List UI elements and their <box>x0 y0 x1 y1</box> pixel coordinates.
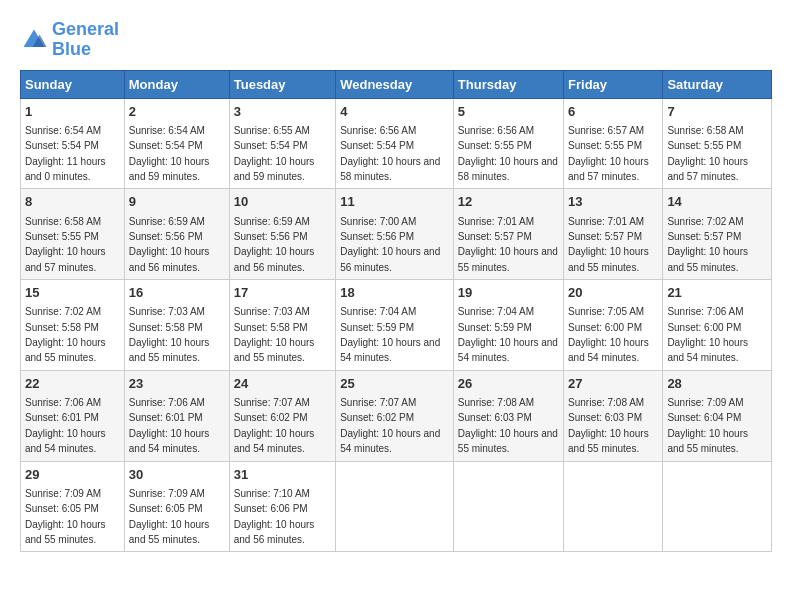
day-number: 17 <box>234 284 331 302</box>
day-sunrise: Sunrise: 7:02 AM <box>25 306 101 317</box>
calendar-cell <box>336 461 454 552</box>
day-number: 25 <box>340 375 449 393</box>
day-number: 12 <box>458 193 559 211</box>
day-number: 3 <box>234 103 331 121</box>
day-daylight: Daylight: 10 hours and 58 minutes. <box>458 156 558 182</box>
day-sunrise: Sunrise: 6:59 AM <box>234 216 310 227</box>
day-daylight: Daylight: 10 hours and 56 minutes. <box>340 246 440 272</box>
day-daylight: Daylight: 10 hours and 55 minutes. <box>25 519 106 545</box>
calendar-cell: 20 Sunrise: 7:05 AM Sunset: 6:00 PM Dayl… <box>564 280 663 371</box>
day-sunset: Sunset: 6:00 PM <box>568 322 642 333</box>
day-sunrise: Sunrise: 6:59 AM <box>129 216 205 227</box>
day-sunset: Sunset: 6:00 PM <box>667 322 741 333</box>
week-row-5: 29 Sunrise: 7:09 AM Sunset: 6:05 PM Dayl… <box>21 461 772 552</box>
calendar-cell: 21 Sunrise: 7:06 AM Sunset: 6:00 PM Dayl… <box>663 280 772 371</box>
day-daylight: Daylight: 10 hours and 54 minutes. <box>458 337 558 363</box>
calendar-cell: 24 Sunrise: 7:07 AM Sunset: 6:02 PM Dayl… <box>229 370 335 461</box>
day-number: 21 <box>667 284 767 302</box>
day-daylight: Daylight: 10 hours and 55 minutes. <box>667 246 748 272</box>
calendar-cell: 4 Sunrise: 6:56 AM Sunset: 5:54 PM Dayli… <box>336 98 454 189</box>
day-daylight: Daylight: 10 hours and 59 minutes. <box>129 156 210 182</box>
day-sunrise: Sunrise: 7:09 AM <box>129 488 205 499</box>
day-sunset: Sunset: 6:06 PM <box>234 503 308 514</box>
calendar-cell: 7 Sunrise: 6:58 AM Sunset: 5:55 PM Dayli… <box>663 98 772 189</box>
day-sunrise: Sunrise: 6:54 AM <box>129 125 205 136</box>
day-sunset: Sunset: 5:55 PM <box>667 140 741 151</box>
calendar-cell: 28 Sunrise: 7:09 AM Sunset: 6:04 PM Dayl… <box>663 370 772 461</box>
calendar-cell: 18 Sunrise: 7:04 AM Sunset: 5:59 PM Dayl… <box>336 280 454 371</box>
day-number: 31 <box>234 466 331 484</box>
calendar-cell: 25 Sunrise: 7:07 AM Sunset: 6:02 PM Dayl… <box>336 370 454 461</box>
calendar-cell: 22 Sunrise: 7:06 AM Sunset: 6:01 PM Dayl… <box>21 370 125 461</box>
calendar-cell: 6 Sunrise: 6:57 AM Sunset: 5:55 PM Dayli… <box>564 98 663 189</box>
day-sunrise: Sunrise: 7:01 AM <box>458 216 534 227</box>
day-number: 14 <box>667 193 767 211</box>
day-sunset: Sunset: 6:02 PM <box>340 412 414 423</box>
day-sunset: Sunset: 5:54 PM <box>340 140 414 151</box>
day-number: 22 <box>25 375 120 393</box>
day-daylight: Daylight: 10 hours and 55 minutes. <box>129 337 210 363</box>
day-daylight: Daylight: 10 hours and 57 minutes. <box>667 156 748 182</box>
calendar-cell: 27 Sunrise: 7:08 AM Sunset: 6:03 PM Dayl… <box>564 370 663 461</box>
day-number: 8 <box>25 193 120 211</box>
day-sunrise: Sunrise: 7:06 AM <box>667 306 743 317</box>
day-sunrise: Sunrise: 7:09 AM <box>25 488 101 499</box>
day-sunset: Sunset: 6:02 PM <box>234 412 308 423</box>
weekday-header-wednesday: Wednesday <box>336 70 454 98</box>
day-daylight: Daylight: 10 hours and 55 minutes. <box>25 337 106 363</box>
day-sunset: Sunset: 5:57 PM <box>568 231 642 242</box>
day-daylight: Daylight: 10 hours and 54 minutes. <box>340 428 440 454</box>
day-sunrise: Sunrise: 7:10 AM <box>234 488 310 499</box>
day-sunrise: Sunrise: 7:06 AM <box>25 397 101 408</box>
calendar-cell: 10 Sunrise: 6:59 AM Sunset: 5:56 PM Dayl… <box>229 189 335 280</box>
day-sunrise: Sunrise: 6:55 AM <box>234 125 310 136</box>
day-sunrise: Sunrise: 7:09 AM <box>667 397 743 408</box>
day-sunrise: Sunrise: 6:58 AM <box>25 216 101 227</box>
day-daylight: Daylight: 10 hours and 56 minutes. <box>234 246 315 272</box>
day-sunset: Sunset: 6:01 PM <box>25 412 99 423</box>
calendar-cell: 19 Sunrise: 7:04 AM Sunset: 5:59 PM Dayl… <box>453 280 563 371</box>
day-number: 1 <box>25 103 120 121</box>
day-sunset: Sunset: 6:05 PM <box>25 503 99 514</box>
calendar-cell: 11 Sunrise: 7:00 AM Sunset: 5:56 PM Dayl… <box>336 189 454 280</box>
day-number: 24 <box>234 375 331 393</box>
day-sunset: Sunset: 5:58 PM <box>234 322 308 333</box>
day-number: 18 <box>340 284 449 302</box>
weekday-header-sunday: Sunday <box>21 70 125 98</box>
day-number: 11 <box>340 193 449 211</box>
day-number: 13 <box>568 193 658 211</box>
calendar-cell <box>663 461 772 552</box>
weekday-header-saturday: Saturday <box>663 70 772 98</box>
day-daylight: Daylight: 10 hours and 54 minutes. <box>234 428 315 454</box>
calendar-cell: 23 Sunrise: 7:06 AM Sunset: 6:01 PM Dayl… <box>124 370 229 461</box>
day-number: 26 <box>458 375 559 393</box>
logo-icon <box>20 26 48 54</box>
week-row-2: 8 Sunrise: 6:58 AM Sunset: 5:55 PM Dayli… <box>21 189 772 280</box>
day-sunrise: Sunrise: 6:57 AM <box>568 125 644 136</box>
day-daylight: Daylight: 10 hours and 54 minutes. <box>25 428 106 454</box>
calendar-cell <box>453 461 563 552</box>
day-sunrise: Sunrise: 7:08 AM <box>568 397 644 408</box>
day-daylight: Daylight: 10 hours and 55 minutes. <box>667 428 748 454</box>
calendar-cell: 2 Sunrise: 6:54 AM Sunset: 5:54 PM Dayli… <box>124 98 229 189</box>
weekday-header-row: SundayMondayTuesdayWednesdayThursdayFrid… <box>21 70 772 98</box>
day-sunset: Sunset: 5:55 PM <box>458 140 532 151</box>
day-sunrise: Sunrise: 7:04 AM <box>340 306 416 317</box>
day-number: 23 <box>129 375 225 393</box>
day-number: 6 <box>568 103 658 121</box>
day-sunset: Sunset: 6:05 PM <box>129 503 203 514</box>
calendar-cell: 29 Sunrise: 7:09 AM Sunset: 6:05 PM Dayl… <box>21 461 125 552</box>
day-sunrise: Sunrise: 7:07 AM <box>234 397 310 408</box>
day-number: 16 <box>129 284 225 302</box>
day-sunset: Sunset: 5:54 PM <box>25 140 99 151</box>
logo: General Blue <box>20 20 119 60</box>
day-number: 19 <box>458 284 559 302</box>
calendar-cell: 13 Sunrise: 7:01 AM Sunset: 5:57 PM Dayl… <box>564 189 663 280</box>
calendar-cell: 1 Sunrise: 6:54 AM Sunset: 5:54 PM Dayli… <box>21 98 125 189</box>
calendar-cell: 16 Sunrise: 7:03 AM Sunset: 5:58 PM Dayl… <box>124 280 229 371</box>
day-number: 20 <box>568 284 658 302</box>
day-sunset: Sunset: 5:54 PM <box>129 140 203 151</box>
calendar-cell: 26 Sunrise: 7:08 AM Sunset: 6:03 PM Dayl… <box>453 370 563 461</box>
week-row-4: 22 Sunrise: 7:06 AM Sunset: 6:01 PM Dayl… <box>21 370 772 461</box>
day-number: 27 <box>568 375 658 393</box>
